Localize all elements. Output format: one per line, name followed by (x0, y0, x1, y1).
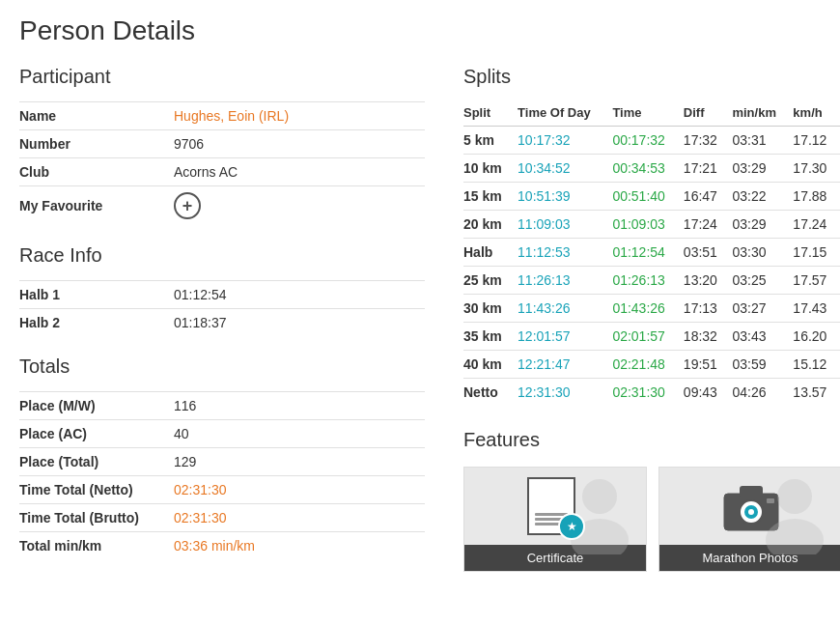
table-cell: 01:43:26 (612, 295, 683, 323)
svg-point-0 (582, 479, 617, 514)
table-row: Time Total (Netto) 02:31:30 (19, 476, 425, 504)
participant-section-title: Participant (19, 66, 425, 92)
table-row: Halb 1 01:12:54 (19, 281, 425, 309)
field-value: Hughes, Eoin (IRL) (174, 102, 425, 130)
field-value: 01:12:54 (174, 281, 425, 309)
certificate-icon (527, 472, 585, 540)
field-label: Halb 2 (19, 309, 174, 337)
table-cell: 01:26:13 (612, 267, 683, 295)
marathon-photos-card[interactable]: Marathon Photos (658, 467, 840, 572)
right-column: Splits Split Time Of Day Time Diff min/k… (463, 66, 840, 579)
race-info-section-title: Race Info (19, 244, 425, 270)
name-link[interactable]: Hughes, Eoin (IRL) (174, 108, 289, 124)
field-label: Place (Total) (19, 448, 174, 476)
table-cell: 03:30 (732, 239, 793, 267)
features-grid: Certificate (463, 467, 840, 572)
table-cell: 00:51:40 (612, 183, 683, 211)
table-row: 30 km11:43:2601:43:2617:1303:2717.43 (463, 295, 840, 323)
field-value: 129 (174, 448, 425, 476)
col-time-of-day: Time Of Day (518, 101, 612, 127)
table-cell: 12:01:57 (518, 323, 612, 351)
table-cell: 03:27 (732, 295, 793, 323)
cert-badge-icon (558, 513, 585, 540)
table-cell: 16:47 (684, 183, 733, 211)
table-cell: 17.24 (793, 211, 840, 239)
table-cell: 02:01:57 (612, 323, 683, 351)
totals-section-title: Totals (19, 355, 425, 382)
table-cell: 13.57 (793, 379, 840, 407)
table-row: 40 km12:21:4702:21:4819:5103:5915.12 (463, 351, 840, 379)
table-cell: 12:31:30 (518, 379, 612, 407)
field-value: 02:31:30 (174, 476, 425, 504)
col-kmh: km/h (793, 101, 840, 127)
field-label: Halb 1 (19, 281, 174, 309)
table-cell: 25 km (463, 267, 518, 295)
page-title: Person Details (19, 15, 821, 46)
min-km-link[interactable]: 03:36 min/km (174, 538, 255, 554)
table-row: Club Acorns AC (19, 158, 425, 186)
table-row: Place (Total) 129 (19, 448, 425, 476)
svg-point-8 (748, 509, 754, 515)
table-cell: 17.12 (793, 127, 840, 155)
table-cell: 03:22 (732, 183, 793, 211)
table-cell: 02:31:30 (612, 379, 683, 407)
col-diff: Diff (684, 101, 733, 127)
field-value: 02:31:30 (174, 504, 425, 532)
table-cell: 10 km (463, 155, 518, 183)
table-cell: 03:43 (732, 323, 793, 351)
table-cell: 12:21:47 (518, 351, 612, 379)
add-favourite-button[interactable]: + (174, 192, 201, 219)
table-row: 35 km12:01:5702:01:5718:3203:4316.20 (463, 323, 840, 351)
table-row: 5 km10:17:3200:17:3217:3203:3117.12 (463, 127, 840, 155)
table-row: My Favourite + (19, 186, 425, 226)
col-time: Time (612, 101, 683, 127)
table-row: Netto12:31:3002:31:3009:4304:2613.57 (463, 379, 840, 407)
brutto-link[interactable]: 02:31:30 (174, 510, 227, 526)
table-cell: 20 km (463, 211, 518, 239)
svg-point-2 (777, 479, 812, 514)
field-value: 03:36 min/km (174, 532, 425, 560)
table-cell: 5 km (463, 127, 518, 155)
totals-table: Place (M/W) 116 Place (AC) 40 Place (Tot… (19, 391, 425, 559)
field-value: Acorns AC (174, 158, 425, 186)
table-cell: 00:17:32 (612, 127, 683, 155)
field-label: Time Total (Brutto) (19, 504, 174, 532)
table-cell: 09:43 (684, 379, 733, 407)
table-cell: 15 km (463, 183, 518, 211)
table-row: Total min/km 03:36 min/km (19, 532, 425, 560)
main-layout: Participant Name Hughes, Eoin (IRL) Numb… (19, 66, 821, 579)
table-cell: 17.30 (793, 155, 840, 183)
table-cell: 01:09:03 (612, 211, 683, 239)
table-row: Name Hughes, Eoin (IRL) (19, 102, 425, 130)
certificate-card[interactable]: Certificate (463, 467, 647, 572)
table-row: Place (AC) 40 (19, 420, 425, 448)
field-value: + (174, 186, 425, 226)
table-cell: 17.15 (793, 239, 840, 267)
table-cell: 03:25 (732, 267, 793, 295)
netto-link[interactable]: 02:31:30 (174, 482, 227, 497)
field-value: 116 (174, 392, 425, 420)
table-cell: 03:51 (684, 239, 733, 267)
table-cell: 17:21 (684, 155, 733, 183)
table-row: 10 km10:34:5200:34:5317:2103:2917.30 (463, 155, 840, 183)
table-cell: 11:09:03 (518, 211, 612, 239)
table-cell: 40 km (463, 351, 518, 379)
certificate-card-image (464, 468, 647, 545)
table-cell: 03:31 (732, 127, 793, 155)
marathon-photos-card-image (659, 468, 840, 545)
table-row: 25 km11:26:1301:26:1313:2003:2517.57 (463, 267, 840, 295)
table-cell: 04:26 (732, 379, 793, 407)
table-cell: 17.88 (793, 183, 840, 211)
table-cell: 35 km (463, 323, 518, 351)
table-cell: 10:51:39 (518, 183, 612, 211)
table-cell: 10:34:52 (518, 155, 612, 183)
table-cell: 11:12:53 (518, 239, 612, 267)
participant-table: Name Hughes, Eoin (IRL) Number 9706 Club… (19, 101, 425, 225)
svg-point-3 (766, 519, 824, 554)
table-cell: 11:26:13 (518, 267, 612, 295)
race-info-table: Halb 1 01:12:54 Halb 2 01:18:37 (19, 280, 425, 336)
field-label: Club (19, 158, 174, 186)
field-value: 9706 (174, 130, 425, 158)
person-silhouette-icon (756, 477, 833, 554)
field-label: Time Total (Netto) (19, 476, 174, 504)
